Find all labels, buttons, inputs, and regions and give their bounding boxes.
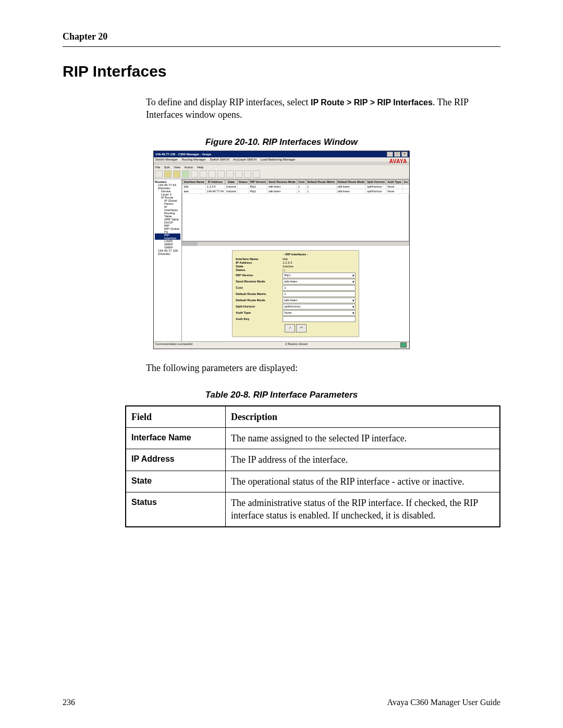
form-value: bbb bbox=[283, 257, 356, 261]
tree-item[interactable]: RIP Global Pa bbox=[155, 227, 180, 233]
form-dropdown[interactable]: Rip1 bbox=[283, 273, 356, 278]
grid-header[interactable]: Send Receive Mode bbox=[267, 179, 297, 184]
nav-tree[interactable]: Routers149.49.77.64 (Module)DeviceLayer … bbox=[154, 179, 182, 341]
maximize-icon[interactable]: □ bbox=[394, 152, 400, 157]
tool-icon[interactable] bbox=[244, 170, 251, 178]
tool-icon[interactable] bbox=[217, 170, 225, 178]
form-row: Cost1 bbox=[236, 285, 356, 291]
form-label: Cost bbox=[236, 286, 283, 289]
header-rule bbox=[63, 46, 500, 47]
tree-item[interactable]: RIP Interface bbox=[155, 233, 180, 240]
menu-edit[interactable]: Edit bbox=[164, 166, 169, 169]
close-icon[interactable]: × bbox=[401, 152, 408, 157]
status-checkbox[interactable]: ☐ bbox=[283, 268, 356, 272]
grid-cell: splitHorizon bbox=[366, 184, 386, 189]
form-label: Split Horizon bbox=[236, 305, 283, 308]
table-row: StateThe operational status of the RIP i… bbox=[126, 471, 500, 492]
form-label: Status bbox=[236, 268, 283, 272]
tree-item[interactable]: IP Global Param bbox=[155, 199, 180, 205]
rip-form: - RIP Interfaces - Interface NamebbbIP A… bbox=[232, 250, 359, 337]
tool-icon[interactable] bbox=[182, 170, 189, 178]
main-panel: Interface NameIP AddressStateStatusRIP V… bbox=[182, 179, 409, 341]
param-desc: The name assigned to the selected IP int… bbox=[226, 428, 500, 449]
tool-icon[interactable] bbox=[191, 170, 198, 178]
grid-header[interactable]: IP Address bbox=[205, 179, 225, 184]
grid-cell: talk-listen bbox=[267, 184, 297, 189]
page-number: 236 bbox=[63, 698, 75, 707]
menu-action[interactable]: Action bbox=[185, 166, 193, 169]
param-field: Status bbox=[126, 492, 226, 527]
grid-cell: 1.2.3.4 bbox=[205, 184, 225, 189]
form-dropdown[interactable]: talk-listen bbox=[283, 279, 356, 285]
tool-icon[interactable] bbox=[253, 170, 260, 178]
form-dropdown[interactable]: None bbox=[283, 310, 356, 316]
grid-header[interactable]: Default Route Metric bbox=[306, 179, 336, 184]
grid-cell: bbb bbox=[182, 184, 205, 189]
form-label: Default Route Metric bbox=[236, 292, 283, 295]
tool-icon[interactable] bbox=[200, 170, 207, 178]
grid-cell bbox=[237, 184, 249, 189]
param-field: IP Address bbox=[126, 449, 226, 471]
form-row: Split HorizonsplitHorizon bbox=[236, 304, 356, 310]
tool-icon[interactable] bbox=[164, 170, 172, 178]
menu-help[interactable]: Help bbox=[197, 166, 203, 169]
guide-title: Avaya C360 Manager User Guide bbox=[387, 698, 500, 707]
grid-header[interactable]: State bbox=[225, 179, 237, 184]
grid-header[interactable]: Interface Name bbox=[182, 179, 205, 184]
tool-icon[interactable] bbox=[226, 170, 234, 178]
table-caption: Table 20-8. RIP Interface Parameters bbox=[63, 390, 500, 400]
tool-icon[interactable] bbox=[155, 170, 163, 178]
grid-cell: 1 bbox=[306, 189, 336, 193]
tab[interactable]: Switch SMON bbox=[210, 158, 229, 161]
form-input[interactable]: 1 bbox=[283, 291, 356, 297]
param-desc: The administrative status of the RIP int… bbox=[226, 492, 500, 527]
apply-button[interactable]: ✓ bbox=[285, 324, 295, 332]
grid-header[interactable]: Status bbox=[237, 179, 249, 184]
params-table: Field Description Interface NameThe name… bbox=[125, 405, 500, 527]
table-row: StatusThe administrative status of the R… bbox=[126, 492, 500, 527]
tool-icon[interactable] bbox=[235, 170, 242, 178]
grid-cell bbox=[237, 189, 249, 193]
form-row: RIP VersionRip1 bbox=[236, 273, 356, 278]
grid-header[interactable]: Split Horizon bbox=[366, 179, 386, 184]
menu-file[interactable]: File bbox=[155, 166, 161, 169]
table-row[interactable]: aaa149.49.77.64InactiveRip1talk-listen11… bbox=[182, 189, 409, 193]
grid-header[interactable]: Auth Type bbox=[386, 179, 402, 184]
table-row[interactable]: bbb1.2.3.4InactiveRip1talk-listen11talk-… bbox=[182, 184, 409, 189]
table-row: IP AddressThe IP address of the interfac… bbox=[126, 449, 500, 471]
tree-item[interactable]: 149.49.77.100 (Module) bbox=[155, 249, 180, 255]
tree-item[interactable]: IP Interfaces bbox=[155, 205, 180, 212]
after-figure-text: The following parameters are displayed: bbox=[146, 362, 500, 374]
form-dropdown[interactable]: splitHorizon bbox=[283, 304, 356, 310]
grid-header[interactable]: Au bbox=[402, 179, 409, 184]
tool-icon[interactable] bbox=[173, 170, 180, 178]
scrollbar-horizontal[interactable] bbox=[182, 241, 409, 246]
grid-header[interactable]: RIP Version bbox=[249, 179, 267, 184]
grid-header[interactable]: Cost bbox=[297, 179, 305, 184]
rip-grid[interactable]: Interface NameIP AddressStateStatusRIP V… bbox=[182, 179, 409, 194]
form-dropdown[interactable]: talk-listen bbox=[283, 298, 356, 303]
tree-item[interactable]: 149.49.77.64 (Module) bbox=[155, 183, 180, 190]
tab[interactable]: Routing Manager bbox=[182, 158, 206, 161]
tree-item[interactable]: Routing Table bbox=[155, 212, 180, 218]
tool-icon[interactable] bbox=[209, 170, 216, 178]
window-title: 149.49.77.130 - C360 Manager - Avaya bbox=[155, 153, 211, 156]
grid-wrap: Interface NameIP AddressStateStatusRIP V… bbox=[182, 179, 409, 246]
tab[interactable]: Switch Manager bbox=[155, 158, 178, 161]
form-input[interactable]: 1 bbox=[283, 285, 356, 291]
form-title: - RIP Interfaces - bbox=[236, 253, 356, 256]
grid-cell: 1 bbox=[297, 189, 305, 193]
grid-cell: 1 bbox=[306, 184, 336, 189]
tab[interactable]: AnyLayer SMON bbox=[233, 158, 256, 161]
grid-header[interactable]: Default Route Mode bbox=[336, 179, 366, 184]
intro-menu-path: IP Route > RIP > RIP Interfaces bbox=[311, 98, 433, 107]
grid-cell bbox=[402, 184, 409, 189]
minimize-icon[interactable]: _ bbox=[387, 152, 393, 157]
menu-view[interactable]: View bbox=[174, 166, 180, 169]
undo-button[interactable]: ↶ bbox=[296, 324, 307, 332]
form-input[interactable] bbox=[283, 316, 356, 322]
status-bar: Communication successful 2 Row(s) shown bbox=[154, 341, 409, 349]
tab[interactable]: Load Balancing Manager bbox=[261, 158, 296, 161]
section-title: RIP Interfaces bbox=[63, 63, 500, 80]
grid-empty-area bbox=[182, 194, 409, 241]
